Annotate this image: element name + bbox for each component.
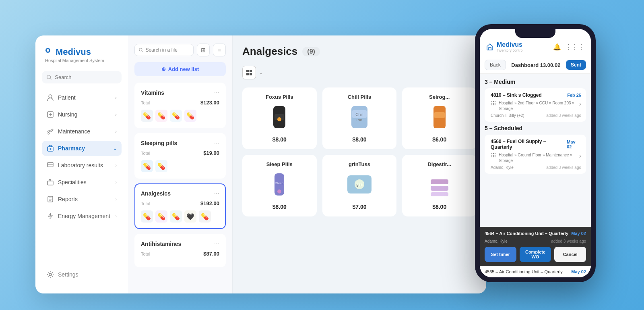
list-more-vitamins[interactable]: ··· bbox=[214, 89, 219, 96]
phone-header-icons: 🔔 ⋮⋮⋮ bbox=[553, 43, 584, 51]
list-total-label-antihistamines: Total bbox=[141, 252, 150, 256]
svg-point-50 bbox=[495, 103, 495, 104]
svg-point-61 bbox=[493, 156, 494, 157]
sidebar-label-pharmacy: Pharmacy bbox=[58, 145, 85, 152]
sidebar-item-specialities[interactable]: Specialities › bbox=[42, 175, 122, 190]
svg-rect-24 bbox=[250, 70, 252, 72]
wo-id-4810: 4810 – Sink s Clogged bbox=[491, 92, 542, 98]
product-price-sleep: $8.00 bbox=[272, 204, 287, 210]
product-img-foxus bbox=[265, 104, 293, 132]
vitamin-icon-1: 💊 bbox=[141, 110, 153, 122]
count-badge: (9) bbox=[302, 47, 320, 56]
sidebar-label-energy: Energy Management bbox=[58, 213, 110, 219]
grid-view-button[interactable]: ⊞ bbox=[197, 44, 210, 56]
svg-point-56 bbox=[495, 153, 495, 154]
product-name-digestir: Digestir... bbox=[427, 161, 451, 167]
wo-arrow-4560[interactable]: › bbox=[579, 152, 581, 160]
wo-date-4810: Feb 26 bbox=[567, 93, 581, 98]
product-card-foxus[interactable]: Foxus Pills $8.00 bbox=[242, 87, 317, 149]
cancel-button[interactable]: Cancel bbox=[554, 247, 586, 262]
wo-location-4560: Hospital » Ground Floor » Maintenance » … bbox=[499, 152, 577, 164]
sent-button[interactable]: Sent bbox=[566, 60, 586, 70]
sidebar-item-nursing[interactable]: Nursing › bbox=[42, 107, 122, 122]
svg-point-52 bbox=[493, 104, 494, 105]
phone-logo-sub: Inventory control bbox=[497, 48, 524, 52]
add-list-label: Add new list bbox=[168, 66, 199, 72]
analgesic-icon-1: 💊 bbox=[141, 210, 153, 223]
product-name-foxus: Foxus Pills bbox=[266, 94, 293, 100]
page-header: Analgesics (9) bbox=[242, 45, 477, 58]
product-card-seirog[interactable]: Seirog... $6.00 bbox=[402, 87, 477, 149]
product-card-sleep[interactable]: Sleep Pills Sleep $8.00 bbox=[242, 155, 317, 216]
last-wo-date: May 02 bbox=[571, 269, 586, 274]
sidebar-search-input[interactable] bbox=[55, 74, 117, 80]
sidebar-item-energy[interactable]: Energy Management › bbox=[42, 208, 122, 224]
sidebar-label-nursing: Nursing bbox=[58, 111, 77, 118]
list-more-analgesics[interactable]: ··· bbox=[214, 190, 219, 197]
svg-text:Pills: Pills bbox=[357, 118, 363, 122]
list-total-label-sleeping: Total bbox=[141, 151, 150, 156]
svg-line-3 bbox=[50, 78, 52, 79]
search-file-icon bbox=[139, 48, 143, 52]
phone-logo-text: Medivus bbox=[497, 41, 524, 48]
svg-point-46 bbox=[493, 101, 494, 102]
main-card: Medivus Hospital Management System Patie… bbox=[35, 35, 486, 293]
product-card-grintuss[interactable]: grinTuss grin $7.00 bbox=[322, 155, 397, 216]
product-card-chill[interactable]: Chill Pills ChillPills $8.00 bbox=[322, 87, 397, 149]
work-order-4560[interactable]: 4560 – Fuel Oil Supply – Quarterly May 0… bbox=[485, 135, 586, 174]
sidebar-label-laboratory: Laboratory results bbox=[58, 162, 103, 169]
sidebar-item-maintenance[interactable]: Maintenance › bbox=[42, 124, 122, 139]
chevron-pharmacy: ⌄ bbox=[113, 146, 117, 151]
add-new-list-button[interactable]: ⊕ Add new list bbox=[134, 62, 226, 76]
work-order-4810[interactable]: 4810 – Sink s Clogged Feb 26 Hospital » … bbox=[485, 88, 586, 122]
sidebar-item-settings[interactable]: Settings bbox=[42, 267, 122, 282]
bell-icon[interactable]: 🔔 bbox=[553, 43, 561, 51]
wo-arrow-4810[interactable]: › bbox=[579, 100, 581, 108]
sidebar-search[interactable] bbox=[42, 71, 122, 83]
nav-title: Dashboard 13.00.02 bbox=[509, 62, 563, 68]
product-card-digestir[interactable]: Digestir... $8.00 bbox=[402, 155, 477, 216]
svg-point-8 bbox=[48, 133, 50, 134]
list-card-analgesics[interactable]: Analgesics ··· Total $192.00 💊 💊 💊 🖤 💊 bbox=[134, 183, 226, 229]
chevron-energy: › bbox=[115, 214, 117, 218]
vitamin-icon-4: 💊 bbox=[184, 110, 196, 122]
product-name-grintuss: grinTuss bbox=[349, 161, 370, 167]
sidebar-item-laboratory[interactable]: Laboratory results › bbox=[42, 158, 122, 173]
view-controls: ⌄ bbox=[242, 66, 477, 79]
main-content: Analgesics (9) ⌄ Foxus Pills $8 bbox=[233, 35, 486, 293]
list-total-value-sleeping: $19.00 bbox=[203, 150, 219, 156]
logo-icon bbox=[45, 48, 54, 56]
lab-icon bbox=[47, 162, 54, 169]
svg-point-49 bbox=[493, 103, 494, 104]
back-button[interactable]: Back bbox=[485, 60, 506, 70]
list-more-sleeping[interactable]: ··· bbox=[214, 139, 219, 147]
list-more-antihistamines[interactable]: ··· bbox=[214, 240, 219, 248]
view-chevron[interactable]: ⌄ bbox=[259, 70, 263, 75]
sidebar-item-patient[interactable]: Patient › bbox=[42, 90, 122, 105]
search-file-bar[interactable] bbox=[134, 44, 194, 56]
wo-date-4560: May 02 bbox=[567, 139, 581, 149]
search-icon bbox=[47, 75, 52, 80]
settings-label: Settings bbox=[58, 271, 78, 278]
apps-icon[interactable]: ⋮⋮⋮ bbox=[565, 43, 584, 51]
svg-text:grin: grin bbox=[356, 183, 362, 187]
search-file-input[interactable] bbox=[145, 47, 189, 53]
svg-line-22 bbox=[142, 51, 142, 52]
sidebar-item-reports[interactable]: Reports › bbox=[42, 191, 122, 207]
svg-rect-43 bbox=[431, 186, 448, 191]
list-card-vitamins[interactable]: Vitamins ··· Total $123.00 💊 💊 💊 💊 bbox=[134, 83, 226, 128]
sidebar: Medivus Hospital Management System Patie… bbox=[35, 35, 128, 293]
list-card-sleeping[interactable]: Sleeping pills ··· Total $19.00 💊 💊 bbox=[134, 133, 226, 179]
complete-wo-button[interactable]: Complete WO bbox=[520, 247, 551, 262]
home-icon[interactable] bbox=[486, 43, 493, 50]
grid-view-button[interactable] bbox=[242, 66, 256, 79]
list-card-antihistamines[interactable]: Antihistamines ··· Total $87.00 bbox=[134, 234, 226, 267]
sidebar-item-pharmacy[interactable]: Pharmacy ⌄ bbox=[42, 141, 122, 156]
set-timer-button[interactable]: Set timer bbox=[485, 247, 516, 262]
pharmacy-icon bbox=[47, 145, 54, 152]
wo-time-4560: added 3 weeks ago bbox=[546, 165, 581, 170]
settings-icon bbox=[47, 271, 54, 278]
menu-button[interactable]: ≡ bbox=[213, 44, 226, 56]
svg-point-59 bbox=[495, 155, 495, 156]
bottom-wo-id: 4564 – Air Conditioning Unit – Quarterly bbox=[485, 231, 568, 236]
